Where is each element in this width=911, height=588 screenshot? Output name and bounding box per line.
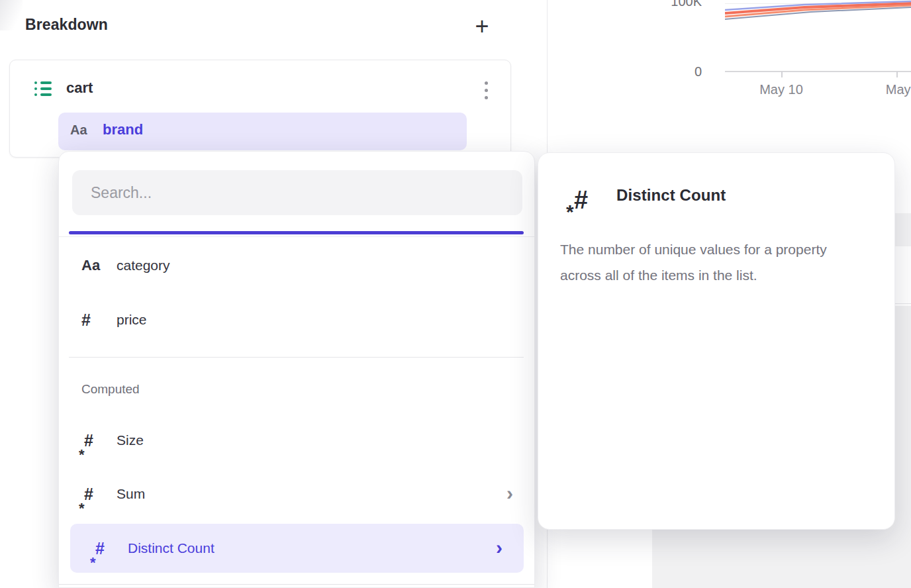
scroll-shadow (0, 0, 23, 30)
popover-description: The number of unique values for a proper… (560, 236, 857, 288)
tab-bar-border (59, 236, 534, 237)
computed-item-size[interactable]: #* Size (59, 422, 534, 459)
add-breakdown-button[interactable]: + (467, 12, 497, 41)
group-name-cart[interactable]: cart (66, 79, 93, 97)
x-axis-tick (781, 72, 783, 77)
string-property-icon: Aa (81, 247, 108, 284)
property-item-price[interactable]: # price (59, 301, 534, 338)
chevron-right-icon: › (496, 530, 503, 567)
x-axis-label-may10: May 10 (748, 82, 814, 97)
number-property-icon: # (81, 301, 108, 338)
property-item-label: price (117, 301, 147, 338)
computed-item-label: Size (117, 422, 144, 459)
y-axis-tick-0: 0 (682, 64, 702, 79)
computed-number-icon: #* (81, 422, 99, 459)
x-axis-tick (896, 72, 898, 77)
string-property-icon: Aa (70, 122, 87, 138)
active-tab-underline (69, 231, 524, 234)
popover-title: Distinct Count (616, 186, 726, 205)
property-item-category[interactable]: Aa category (59, 247, 534, 284)
selected-property-label: brand (103, 121, 143, 138)
y-axis-tick-100k: 100K (655, 0, 702, 9)
dropdown-divider (59, 584, 534, 585)
computed-number-icon: #* (567, 181, 598, 219)
property-dropdown: Aa category # price Computed #* Size #* … (58, 151, 535, 588)
x-axis-line (725, 71, 911, 72)
line-chart (725, 0, 911, 26)
computed-number-icon: #* (93, 530, 110, 567)
computed-item-label: Sum (117, 475, 145, 513)
list-property-icon (34, 81, 52, 97)
info-popover: #* Distinct Count The number of unique v… (538, 152, 895, 530)
search-input[interactable] (72, 170, 522, 215)
selected-property-chip[interactable]: Aa brand (58, 113, 467, 150)
computed-number-icon: #* (81, 475, 99, 513)
computed-section-label: Computed (81, 382, 140, 397)
chevron-right-icon: › (506, 475, 513, 513)
app-canvas: 100K 0 May 10 May 1 Breakdown + cart Aa … (0, 0, 911, 588)
property-item-label: category (117, 247, 170, 284)
computed-item-distinct-count[interactable]: #* Distinct Count › (70, 524, 524, 573)
dropdown-divider (69, 357, 524, 358)
kebab-menu-button[interactable] (478, 77, 494, 103)
computed-item-label: Distinct Count (128, 530, 215, 567)
x-axis-label-may1: May 1 (877, 82, 911, 97)
breakdown-section-title: Breakdown (25, 16, 108, 34)
computed-item-sum[interactable]: #* Sum › (59, 475, 534, 513)
